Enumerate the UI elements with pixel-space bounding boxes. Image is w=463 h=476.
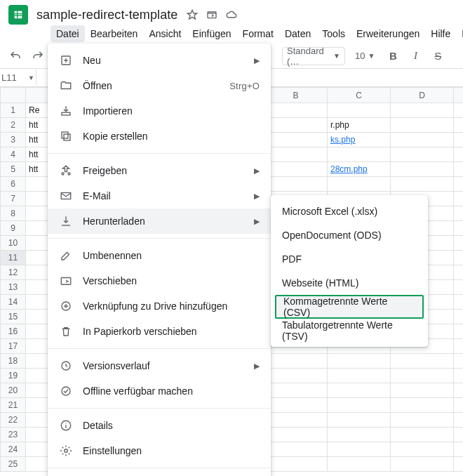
cell[interactable]: [264, 177, 328, 192]
cell[interactable]: [391, 369, 454, 383]
move-icon[interactable]: [206, 8, 218, 21]
cell[interactable]: [391, 147, 454, 162]
menu-erweiterungen[interactable]: Erweiterungen: [351, 25, 425, 42]
menu-item-offline[interactable]: Offline verfügbar machen: [48, 378, 271, 404]
italic-button[interactable]: I: [407, 48, 424, 65]
col-header[interactable]: C: [328, 88, 391, 103]
cell[interactable]: [391, 118, 454, 133]
row-header[interactable]: 18: [1, 354, 26, 369]
cell[interactable]: [391, 162, 454, 177]
select-all-corner[interactable]: [1, 88, 26, 103]
cell[interactable]: [328, 147, 391, 162]
menu-item-gear[interactable]: Einstellungen: [48, 438, 271, 463]
cell[interactable]: [454, 339, 464, 354]
submenu-item[interactable]: Tabulatorgetrennte Werte (TSV): [271, 319, 428, 343]
cell[interactable]: [328, 442, 391, 457]
cell[interactable]: [328, 383, 391, 398]
cell[interactable]: 28cm.php: [328, 162, 391, 177]
cell[interactable]: [328, 354, 391, 369]
cell[interactable]: [391, 442, 454, 457]
cell[interactable]: [454, 369, 464, 383]
row-header[interactable]: 22: [1, 413, 26, 428]
cell[interactable]: [264, 162, 328, 177]
row-header[interactable]: 19: [1, 369, 26, 383]
row-header[interactable]: 17: [1, 339, 26, 354]
menu-datei[interactable]: Datei: [51, 25, 85, 42]
row-header[interactable]: 25: [1, 457, 26, 472]
bold-button[interactable]: B: [384, 48, 401, 65]
menu-item-folder-open[interactable]: ÖffnenStrg+O: [48, 73, 271, 98]
menu-overflow[interactable]: L: [456, 25, 463, 42]
cell[interactable]: [454, 251, 464, 265]
cell[interactable]: [454, 295, 464, 310]
row-header[interactable]: 2: [1, 118, 26, 133]
cell[interactable]: [454, 103, 464, 118]
cell[interactable]: [454, 265, 464, 280]
menu-ansicht[interactable]: Ansicht: [143, 25, 187, 42]
cell[interactable]: [454, 457, 464, 472]
col-header[interactable]: D: [391, 88, 454, 103]
cell[interactable]: [454, 354, 464, 369]
menu-item-rename[interactable]: Umbenennen: [48, 243, 271, 268]
cell[interactable]: [454, 206, 464, 221]
menu-item-trash[interactable]: In Papierkorb verschieben: [48, 319, 271, 344]
cell[interactable]: [454, 177, 464, 192]
undo-button[interactable]: [7, 48, 24, 65]
col-header[interactable]: B: [264, 88, 328, 103]
menu-item-print[interactable]: DruckenStrg+P: [48, 472, 271, 476]
star-icon[interactable]: [186, 8, 199, 21]
cloud-icon[interactable]: [225, 8, 238, 21]
cell[interactable]: [264, 457, 328, 472]
submenu-item[interactable]: Microsoft Excel (.xlsx): [271, 199, 428, 223]
cell[interactable]: [264, 383, 328, 398]
cell[interactable]: [264, 369, 328, 383]
menu-format[interactable]: Format: [237, 25, 279, 42]
row-header[interactable]: 10: [1, 236, 26, 251]
row-header[interactable]: 12: [1, 265, 26, 280]
strikethrough-button[interactable]: S: [429, 48, 446, 65]
row-header[interactable]: 20: [1, 383, 26, 398]
row-header[interactable]: 24: [1, 442, 26, 457]
menu-bearbeiten[interactable]: Bearbeiten: [85, 25, 144, 42]
cell[interactable]: [454, 428, 464, 442]
col-header[interactable]: E: [454, 88, 464, 103]
cell[interactable]: [454, 162, 464, 177]
cell[interactable]: [328, 103, 391, 118]
cell[interactable]: r.php: [328, 118, 391, 133]
cell[interactable]: [391, 177, 454, 192]
row-header[interactable]: 23: [1, 428, 26, 442]
cell[interactable]: [454, 236, 464, 251]
menu-item-import[interactable]: Importieren: [48, 98, 271, 124]
cell[interactable]: [264, 103, 328, 118]
menu-daten[interactable]: Daten: [279, 25, 316, 42]
row-header[interactable]: 1: [1, 103, 26, 118]
cell[interactable]: ks.php: [328, 133, 391, 147]
cell[interactable]: [391, 354, 454, 369]
cell[interactable]: [264, 413, 328, 428]
doc-title[interactable]: sample-redirect-template: [36, 8, 177, 22]
row-header[interactable]: 9: [1, 221, 26, 236]
menu-tools[interactable]: Tools: [316, 25, 351, 42]
cell[interactable]: [264, 398, 328, 413]
font-size-dropdown[interactable]: 10 ▼: [351, 51, 379, 61]
sheets-logo[interactable]: [8, 5, 28, 25]
cell[interactable]: [328, 369, 391, 383]
row-header[interactable]: 11: [1, 251, 26, 265]
cell[interactable]: [391, 457, 454, 472]
cell[interactable]: [328, 398, 391, 413]
cell[interactable]: [454, 118, 464, 133]
name-box[interactable]: L11 ▼: [0, 70, 36, 86]
cell[interactable]: [391, 428, 454, 442]
row-header[interactable]: 21: [1, 398, 26, 413]
cell[interactable]: [454, 280, 464, 295]
cell[interactable]: [264, 147, 328, 162]
menu-item-download[interactable]: Herunterladen▶: [48, 209, 271, 234]
menu-item-history[interactable]: Versionsverlauf▶: [48, 353, 271, 378]
menu-item-share[interactable]: Freigeben▶: [48, 158, 271, 183]
row-header[interactable]: 3: [1, 133, 26, 147]
row-header[interactable]: 14: [1, 295, 26, 310]
cell[interactable]: [328, 413, 391, 428]
cell[interactable]: [454, 133, 464, 147]
row-header[interactable]: 5: [1, 162, 26, 177]
menu-item-info[interactable]: Details: [48, 413, 271, 438]
